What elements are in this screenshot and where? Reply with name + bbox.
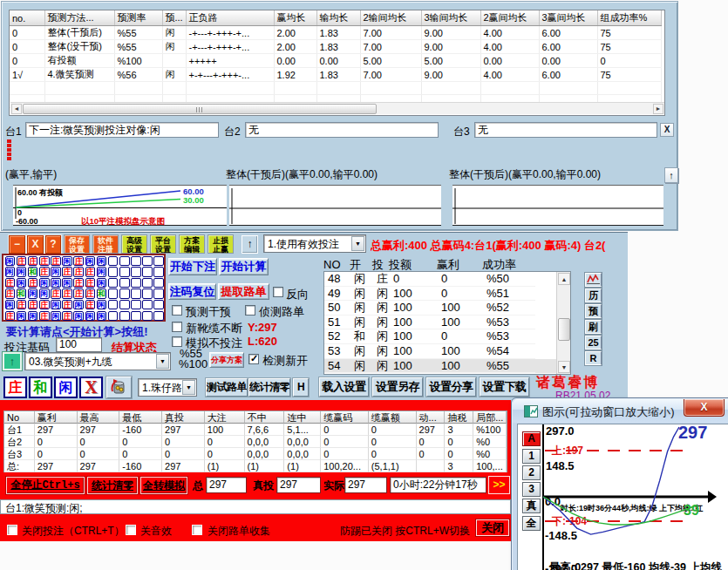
bead-cell-empty[interactable] bbox=[108, 300, 119, 310]
bead-cell-empty[interactable] bbox=[108, 278, 119, 288]
red-stat-clear-button[interactable]: 统计清零 bbox=[87, 477, 138, 494]
pred-table-row[interactable] bbox=[10, 82, 661, 95]
bead-cell-empty[interactable] bbox=[108, 267, 119, 277]
toolbar-button-高级设置[interactable]: 高级设置 bbox=[121, 234, 147, 254]
bead-cell-闲[interactable]: 闲 bbox=[28, 311, 38, 322]
bead-cell-闲[interactable]: 闲 bbox=[39, 288, 50, 299]
bead-cell-empty[interactable] bbox=[119, 267, 130, 277]
bead-cell-闲[interactable]: 闲 bbox=[73, 311, 84, 322]
bead-cell-闲[interactable]: 闲 bbox=[51, 267, 61, 277]
toolbar-button-软件注册[interactable]: 软件注册 bbox=[92, 234, 119, 254]
toolbar-button-止损止赢[interactable]: 止损止赢 bbox=[208, 234, 234, 254]
player-button[interactable]: 闲 bbox=[54, 377, 78, 398]
drag-handle[interactable] bbox=[7, 139, 12, 161]
bead-cell-empty[interactable] bbox=[119, 256, 130, 267]
side-button-刷[interactable]: 刷 bbox=[585, 320, 602, 334]
close-button[interactable]: X bbox=[27, 235, 44, 254]
bead-cell-empty[interactable] bbox=[153, 256, 164, 267]
bead-cell-empty[interactable] bbox=[142, 311, 153, 322]
bead-cell-闲[interactable]: 闲 bbox=[97, 267, 107, 277]
history-row[interactable]: 50闲闲100100%52 bbox=[324, 301, 570, 316]
pred-col-header[interactable]: 输均长 bbox=[316, 10, 360, 26]
pred-col-header[interactable]: 赢均长 bbox=[274, 10, 316, 26]
bead-cell-empty[interactable] bbox=[153, 288, 164, 299]
scheme-up-button[interactable]: ↑ bbox=[3, 352, 22, 370]
bead-cell-empty[interactable] bbox=[119, 300, 130, 310]
bead-cell-闲[interactable]: 闲 bbox=[62, 278, 72, 288]
side-button-历[interactable]: 历 bbox=[585, 288, 602, 302]
bead-cell-empty[interactable] bbox=[153, 278, 164, 288]
bead-cell-empty[interactable] bbox=[153, 311, 164, 322]
vscroll-thumb[interactable] bbox=[558, 318, 570, 341]
chevron-down-icon[interactable]: ▼ bbox=[351, 236, 364, 251]
pred-col-header[interactable]: 组成功率% bbox=[597, 10, 661, 26]
delete-button[interactable]: X bbox=[79, 377, 103, 398]
load-config-button[interactable]: 载入设置 bbox=[319, 377, 369, 397]
table1-input[interactable]: 下一注:微笑预测投注对像:闲 bbox=[25, 122, 219, 138]
sim-nobet-checkbox[interactable] bbox=[172, 336, 182, 347]
vscroll-up-arrow-icon[interactable]: ▲ bbox=[558, 273, 570, 285]
pred-col-header[interactable]: 预测率 bbox=[114, 10, 162, 26]
chart-window-close-button[interactable]: X bbox=[684, 399, 725, 417]
pred-col-header[interactable]: 3赢间均长 bbox=[539, 10, 597, 26]
pred-col-header[interactable]: 2赢间均长 bbox=[480, 10, 539, 26]
bead-cell-闲[interactable]: 闲 bbox=[17, 278, 27, 288]
share-scheme-button[interactable]: 分享方案 bbox=[209, 352, 244, 368]
bead-cell-empty[interactable] bbox=[131, 267, 141, 277]
bead-cell-庄[interactable]: 庄 bbox=[5, 278, 16, 288]
bead-cell-庄[interactable]: 庄 bbox=[39, 300, 50, 310]
side-button-R[interactable]: R bbox=[585, 351, 602, 365]
bead-cell-庄[interactable]: 庄 bbox=[51, 288, 61, 299]
vscroll-down-arrow-icon[interactable]: ▼ bbox=[558, 361, 570, 373]
total-input[interactable]: 297 bbox=[206, 477, 247, 493]
bead-cell-闲[interactable]: 闲 bbox=[62, 256, 72, 267]
chevron-down-icon[interactable]: ▼ bbox=[156, 354, 169, 369]
bead-cell-闲[interactable]: 闲 bbox=[39, 278, 50, 288]
tables-close-button[interactable]: X bbox=[660, 123, 674, 137]
bead-cell-庄[interactable]: 庄 bbox=[51, 256, 61, 267]
banker-button[interactable]: 庄 bbox=[3, 377, 27, 398]
scheme-select[interactable]: 03.微笑预测+九缆 ▼ bbox=[24, 352, 171, 370]
stop-all-button[interactable]: 全停止Ctrl+s bbox=[6, 477, 85, 494]
history-row[interactable]: 48闲庄00%50 bbox=[324, 272, 570, 287]
pred-col-header[interactable]: no. bbox=[10, 10, 44, 26]
bead-cell-empty[interactable] bbox=[108, 256, 119, 267]
bead-cell-闲[interactable]: 闲 bbox=[97, 256, 107, 267]
bead-cell-empty[interactable] bbox=[131, 300, 141, 310]
tie-button[interactable]: 和 bbox=[29, 377, 52, 398]
mute-checkbox[interactable] bbox=[126, 525, 136, 535]
start-calc-button[interactable]: 开始计算 bbox=[219, 258, 269, 275]
bead-cell-庄[interactable]: 庄 bbox=[28, 256, 38, 267]
download-config-button[interactable]: 设置下载 bbox=[480, 377, 529, 397]
bead-cell-empty[interactable] bbox=[153, 300, 164, 310]
bead-cell-闲[interactable]: 闲 bbox=[28, 288, 38, 299]
bead-cell-庄[interactable]: 庄 bbox=[28, 300, 38, 310]
pred-table-row[interactable]: 0整体(干预后)%55闲-+---+-+++-+...2.001.837.009… bbox=[10, 26, 661, 40]
bead-cell-庄[interactable]: 庄 bbox=[17, 256, 27, 267]
hscroll-thumb[interactable] bbox=[23, 104, 377, 114]
chart-window-titlebar[interactable]: 图示(可拉动窗口放大缩小) X bbox=[513, 399, 728, 423]
charts-up-arrow-button[interactable]: ↑ bbox=[664, 167, 678, 183]
pred-table-row[interactable]: 1√4.微笑预测%56闲+-+---+-+++-...1.921.837.009… bbox=[10, 68, 661, 82]
pred-col-header[interactable]: 预... bbox=[162, 10, 186, 26]
bead-cell-庄[interactable]: 庄 bbox=[17, 300, 27, 310]
bead-cell-闲[interactable]: 闲 bbox=[17, 267, 27, 277]
bead-cell-闲[interactable]: 闲 bbox=[85, 311, 96, 322]
bead-cell-和[interactable]: 和 bbox=[17, 288, 27, 299]
reset-code-button[interactable]: 注码复位 bbox=[168, 283, 216, 300]
bead-cell-闲[interactable]: 闲 bbox=[5, 256, 16, 267]
bead-cell-庄[interactable]: 庄 bbox=[85, 288, 96, 299]
bead-cell-empty[interactable] bbox=[131, 311, 141, 322]
close-road-collect-checkbox[interactable] bbox=[192, 525, 202, 535]
bead-cell-庄[interactable]: 庄 bbox=[85, 267, 96, 277]
close-bet-checkbox[interactable] bbox=[7, 525, 17, 535]
bead-cell-庄[interactable]: 庄 bbox=[73, 278, 84, 288]
bead-cell-闲[interactable]: 闲 bbox=[97, 311, 107, 322]
bead-cell-庄[interactable]: 庄 bbox=[62, 300, 72, 310]
pred-table-row[interactable]: 0有投额%100 +++++0.000.005.005.000.000.000 bbox=[10, 54, 661, 68]
history-row[interactable]: 49闲闲1000%51 bbox=[324, 287, 570, 302]
hscroll-left-arrow-icon[interactable]: ◄ bbox=[11, 104, 22, 114]
bead-cell-empty[interactable] bbox=[119, 278, 130, 288]
bead-road-grid[interactable]: 闲庄庄庄庄闲庄闲闲闲闲和庄闲庄庄庄闲庄闲庄闲闲闲庄庄闲庄和闲闲庄庄庄庄和闲庄庄庄… bbox=[2, 254, 166, 322]
trend-chart-button[interactable] bbox=[585, 273, 602, 287]
